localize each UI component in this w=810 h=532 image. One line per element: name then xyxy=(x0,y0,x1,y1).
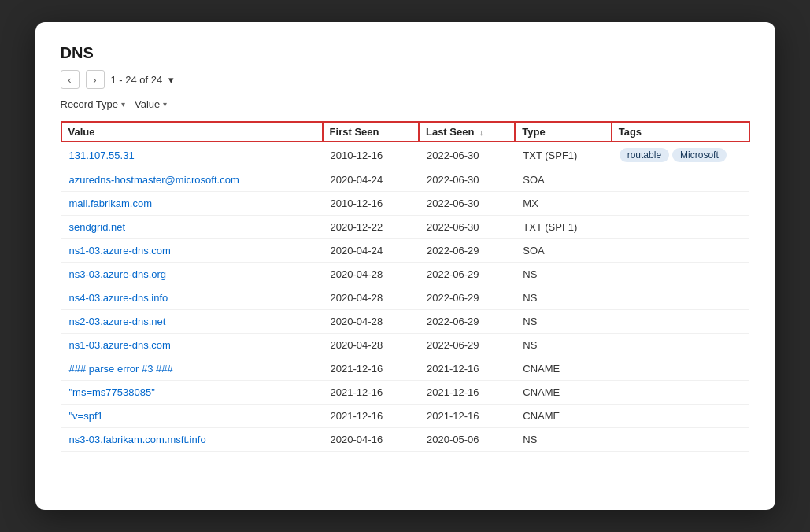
cell-type: NS xyxy=(515,334,611,357)
prev-page-button[interactable]: ‹ xyxy=(61,70,80,89)
filter-value[interactable]: Value ▾ xyxy=(135,98,167,110)
col-header-tags[interactable]: Tags xyxy=(612,122,749,142)
value-link[interactable]: azuredns-hostmaster@microsoft.com xyxy=(69,174,239,186)
value-link[interactable]: ns4-03.azure-dns.info xyxy=(69,292,168,304)
table-row: azuredns-hostmaster@microsoft.com2020-04… xyxy=(61,168,749,192)
pagination-row: ‹ › 1 - 24 of 24 ▾ xyxy=(61,70,750,89)
cell-tags xyxy=(612,310,749,334)
cell-last-seen: 2021-12-16 xyxy=(419,405,515,428)
table-row: ns4-03.azure-dns.info2020-04-282022-06-2… xyxy=(61,286,749,310)
cell-value[interactable]: mail.fabrikam.com xyxy=(61,192,323,216)
table-row: 131.107.55.312010-12-162022-06-30TXT (SP… xyxy=(61,142,749,168)
cell-value[interactable]: ### parse error #3 ### xyxy=(61,357,323,381)
cell-value[interactable]: azuredns-hostmaster@microsoft.com xyxy=(61,168,323,192)
value-link[interactable]: ns2-03.azure-dns.net xyxy=(69,316,166,327)
cell-tags xyxy=(612,357,749,381)
cell-type: NS xyxy=(515,286,611,310)
cell-first-seen: 2010-12-16 xyxy=(323,142,419,168)
cell-tags xyxy=(612,405,749,428)
cell-value[interactable]: "v=spf1 xyxy=(61,405,323,428)
cell-type: TXT (SPF1) xyxy=(515,216,611,239)
cell-type: CNAME xyxy=(515,381,611,405)
cell-tags xyxy=(612,286,749,310)
filter-value-label: Value xyxy=(135,98,160,110)
value-link[interactable]: ### parse error #3 ### xyxy=(69,363,173,375)
cell-first-seen: 2020-04-28 xyxy=(323,263,419,286)
value-link[interactable]: "ms=ms77538085" xyxy=(69,386,155,398)
filter-record-type-label: Record Type xyxy=(61,98,118,110)
value-link[interactable]: ns1-03.azure-dns.com xyxy=(69,245,171,257)
cell-tags xyxy=(612,263,749,286)
cell-last-seen: 2022-06-30 xyxy=(419,216,515,239)
cell-first-seen: 2020-04-28 xyxy=(323,334,419,357)
col-header-first-seen[interactable]: First Seen xyxy=(323,122,419,142)
filter-value-chevron: ▾ xyxy=(163,100,167,109)
cell-value[interactable]: ns1-03.azure-dns.com xyxy=(61,334,323,357)
sort-icon-last-seen: ↓ xyxy=(479,127,484,137)
dns-table: Value First Seen Last Seen ↓ Type Tags 1… xyxy=(61,121,750,452)
cell-last-seen: 2022-06-29 xyxy=(419,239,515,263)
table-row: ### parse error #3 ###2021-12-162021-12-… xyxy=(61,357,749,381)
cell-value[interactable]: 131.107.55.31 xyxy=(61,142,323,168)
cell-tags: routableMicrosoft xyxy=(612,142,749,168)
cell-type: NS xyxy=(515,310,611,334)
filter-record-type-chevron: ▾ xyxy=(121,100,125,109)
main-window: DNS ‹ › 1 - 24 of 24 ▾ Record Type ▾ Val… xyxy=(35,22,775,510)
cell-value[interactable]: "ms=ms77538085" xyxy=(61,381,323,405)
cell-first-seen: 2020-04-24 xyxy=(323,168,419,192)
cell-tags xyxy=(612,216,749,239)
filter-row: Record Type ▾ Value ▾ xyxy=(61,98,750,110)
cell-type: SOA xyxy=(515,168,611,192)
col-header-value[interactable]: Value xyxy=(61,122,323,142)
col-header-type[interactable]: Type xyxy=(515,122,611,142)
pagination-label: 1 - 24 of 24 xyxy=(111,74,163,86)
cell-last-seen: 2020-05-06 xyxy=(419,428,515,452)
cell-first-seen: 2020-04-16 xyxy=(323,428,419,452)
table-row: ns2-03.azure-dns.net2020-04-282022-06-29… xyxy=(61,310,749,334)
table-row: ns1-03.azure-dns.com2020-04-282022-06-29… xyxy=(61,334,749,357)
next-page-button[interactable]: › xyxy=(86,70,105,89)
cell-first-seen: 2020-04-28 xyxy=(323,286,419,310)
value-link[interactable]: "v=spf1 xyxy=(69,410,103,422)
cell-value[interactable]: ns3-03.azure-dns.org xyxy=(61,263,323,286)
filter-record-type[interactable]: Record Type ▾ xyxy=(61,98,125,110)
table-row: "v=spf12021-12-162021-12-16CNAME xyxy=(61,405,749,428)
cell-first-seen: 2020-12-22 xyxy=(323,216,419,239)
cell-tags xyxy=(612,192,749,216)
table-row: ns3-03.fabrikam.com.msft.info2020-04-162… xyxy=(61,428,749,452)
cell-first-seen: 2021-12-16 xyxy=(323,405,419,428)
cell-last-seen: 2021-12-16 xyxy=(419,357,515,381)
cell-first-seen: 2020-04-24 xyxy=(323,239,419,263)
cell-last-seen: 2022-06-30 xyxy=(419,192,515,216)
cell-value[interactable]: ns3-03.fabrikam.com.msft.info xyxy=(61,428,323,452)
tag-badge[interactable]: Microsoft xyxy=(672,148,727,162)
cell-last-seen: 2022-06-30 xyxy=(419,168,515,192)
value-link[interactable]: ns3-03.fabrikam.com.msft.info xyxy=(69,434,206,445)
cell-value[interactable]: sendgrid.net xyxy=(61,216,323,239)
value-link[interactable]: mail.fabrikam.com xyxy=(69,198,152,209)
value-link[interactable]: 131.107.55.31 xyxy=(69,150,135,161)
table-row: ns3-03.azure-dns.org2020-04-282022-06-29… xyxy=(61,263,749,286)
cell-type: SOA xyxy=(515,239,611,263)
table-row: "ms=ms77538085"2021-12-162021-12-16CNAME xyxy=(61,381,749,405)
cell-tags xyxy=(612,168,749,192)
pagination-dropdown[interactable]: ▾ xyxy=(168,74,174,86)
tag-badge[interactable]: routable xyxy=(620,148,669,162)
cell-value[interactable]: ns4-03.azure-dns.info xyxy=(61,286,323,310)
cell-value[interactable]: ns2-03.azure-dns.net xyxy=(61,310,323,334)
table-header-row: Value First Seen Last Seen ↓ Type Tags xyxy=(61,122,749,142)
cell-value[interactable]: ns1-03.azure-dns.com xyxy=(61,239,323,263)
cell-last-seen: 2022-06-29 xyxy=(419,310,515,334)
cell-tags xyxy=(612,334,749,357)
value-link[interactable]: sendgrid.net xyxy=(69,221,126,233)
cell-last-seen: 2022-06-30 xyxy=(419,142,515,168)
value-link[interactable]: ns1-03.azure-dns.com xyxy=(69,339,171,351)
value-link[interactable]: ns3-03.azure-dns.org xyxy=(69,268,167,280)
cell-tags xyxy=(612,428,749,452)
page-title: DNS xyxy=(61,44,750,62)
col-header-last-seen[interactable]: Last Seen ↓ xyxy=(419,122,515,142)
cell-type: TXT (SPF1) xyxy=(515,142,611,168)
cell-last-seen: 2021-12-16 xyxy=(419,381,515,405)
cell-type: MX xyxy=(515,192,611,216)
cell-last-seen: 2022-06-29 xyxy=(419,286,515,310)
